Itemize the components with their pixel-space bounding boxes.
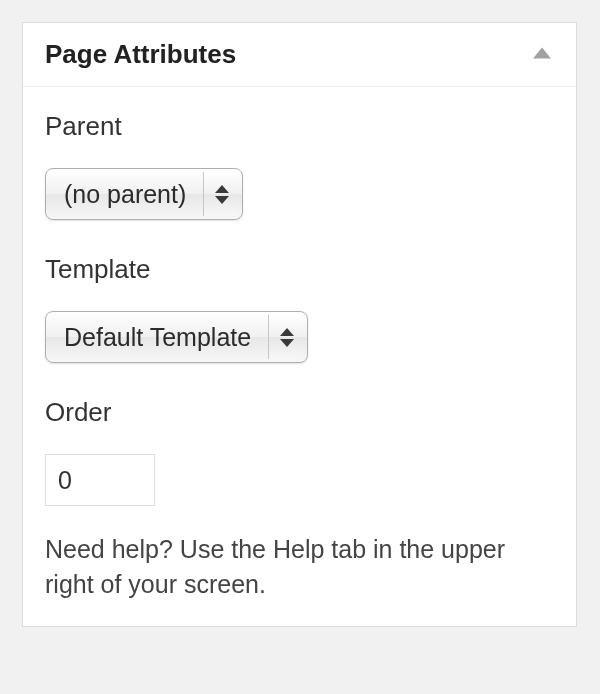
help-text: Need help? Use the Help tab in the upper…	[45, 532, 554, 602]
template-label: Template	[45, 254, 554, 285]
panel-body: Parent (no parent) Template Default Temp…	[23, 87, 576, 626]
parent-select[interactable]: (no parent)	[45, 168, 243, 220]
select-arrows-icon	[203, 172, 239, 216]
parent-label: Parent	[45, 111, 554, 142]
panel-toggle-button[interactable]	[530, 43, 554, 67]
template-select[interactable]: Default Template	[45, 311, 308, 363]
page-attributes-panel: Page Attributes Parent (no parent) Templ…	[22, 22, 577, 627]
panel-title: Page Attributes	[45, 39, 236, 70]
select-arrows-icon	[268, 315, 304, 359]
panel-header: Page Attributes	[23, 23, 576, 87]
order-label: Order	[45, 397, 554, 428]
triangle-up-icon	[533, 47, 551, 62]
svg-marker-0	[533, 48, 551, 59]
order-input[interactable]	[45, 454, 155, 506]
